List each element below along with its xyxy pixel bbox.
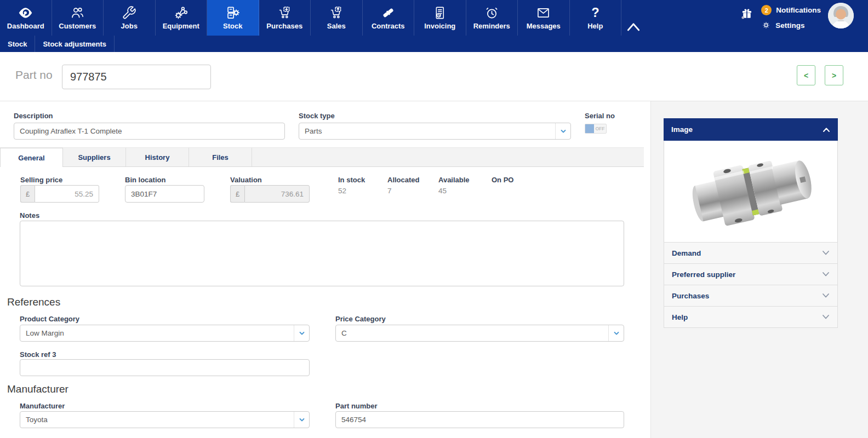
chevron-down-icon (555, 123, 570, 139)
previous-record-button[interactable]: < (797, 65, 815, 85)
detail-tabbar: General Suppliers History Files (0, 147, 644, 167)
demand-panel[interactable]: Demand (664, 242, 838, 264)
subtab-stock[interactable]: Stock (0, 36, 35, 52)
chevron-down-icon (294, 412, 309, 428)
tab-suppliers[interactable]: Suppliers (63, 148, 126, 166)
references-heading: References (7, 296, 60, 308)
handshake-icon (381, 5, 396, 20)
purchases-panel-title: Purchases (672, 292, 709, 300)
image-panel-title: Image (671, 125, 693, 134)
notifications-label: Notifications (776, 6, 821, 14)
record-pager: < > (797, 65, 843, 85)
cart-arrow-up-icon (329, 5, 344, 20)
selling-price-label: Selling price (20, 176, 62, 184)
coupling-photo-icon (681, 146, 821, 238)
settings-button[interactable]: Settings (761, 20, 821, 30)
next-record-button[interactable]: > (825, 65, 843, 85)
selling-price-value: 55.25 (35, 185, 99, 203)
nav-collapse-button[interactable] (621, 0, 646, 36)
nav-label: Invoicing (424, 22, 455, 30)
preferred-supplier-panel-title: Preferred supplier (672, 270, 735, 279)
part-no-label: Part no (15, 68, 53, 82)
cabinet-gear-icon (225, 5, 240, 20)
nav-item-reminders[interactable]: Reminders (466, 0, 518, 36)
nav-right-column: 2 Notifications Settings (761, 5, 821, 30)
valuation-field[interactable]: £ 736.61 (230, 185, 310, 203)
nav-item-equipment[interactable]: Equipment (156, 0, 208, 36)
stock-page: Dashboard Customers Jobs (0, 0, 868, 438)
nav-label: Jobs (121, 22, 138, 30)
bin-location-input[interactable] (125, 185, 204, 203)
help-panel-title: Help (672, 313, 688, 321)
allocated-label: Allocated (387, 176, 420, 184)
nav-item-contracts[interactable]: Contracts (363, 0, 415, 36)
wrench-icon (122, 5, 136, 20)
stock-ref3-label: Stock ref 3 (20, 350, 56, 359)
top-nav: Dashboard Customers Jobs (0, 0, 868, 52)
nav-main-row: Dashboard Customers Jobs (0, 0, 868, 36)
nav-label: Customers (59, 22, 96, 30)
nav-item-purchases[interactable]: Purchases (259, 0, 311, 36)
people-icon (70, 5, 85, 20)
tab-history[interactable]: History (126, 148, 189, 166)
description-input[interactable] (14, 123, 285, 140)
manufacturer-select[interactable]: Toyota (20, 411, 310, 428)
invoice-clock-icon (432, 5, 447, 20)
chevron-up-icon (823, 127, 830, 132)
stock-ref3-input[interactable] (20, 359, 310, 376)
currency-symbol: £ (230, 185, 244, 203)
nav-item-stock[interactable]: Stock (207, 0, 259, 36)
notifications-button[interactable]: 2 Notifications (761, 5, 821, 15)
description-label: Description (14, 112, 53, 120)
nav-item-jobs[interactable]: Jobs (104, 0, 156, 36)
whats-new-button[interactable] (740, 7, 754, 23)
manufacturer-label: Manufacturer (20, 402, 65, 410)
alarm-clock-icon (484, 5, 499, 20)
record-header: Part no < > (0, 52, 868, 101)
preferred-supplier-panel[interactable]: Preferred supplier (664, 263, 838, 285)
help-panel[interactable]: Help (664, 306, 838, 328)
purchases-panel[interactable]: Purchases (664, 285, 838, 307)
on-po-label: On PO (492, 176, 513, 184)
available-label: Available (438, 176, 470, 184)
product-category-label: Product Category (20, 315, 79, 323)
notification-badge: 2 (761, 5, 772, 15)
nav-item-dashboard[interactable]: Dashboard (0, 0, 52, 36)
part-no-input[interactable] (62, 65, 211, 89)
stock-type-select[interactable]: Parts (299, 123, 571, 140)
price-category-label: Price Category (335, 315, 386, 323)
tab-files[interactable]: Files (189, 148, 252, 166)
chevron-down-icon (608, 325, 624, 341)
manufacturer-heading: Manufacturer (7, 383, 68, 395)
nav-sub-row: Stock Stock adjustments (0, 36, 868, 52)
chevron-down-icon (822, 314, 830, 320)
right-sidebar: Image (664, 118, 838, 328)
price-category-select[interactable]: C (335, 325, 624, 342)
nav-label: Sales (327, 22, 346, 30)
nav-item-sales[interactable]: Sales (311, 0, 363, 36)
product-category-select[interactable]: Low Margin (20, 325, 310, 342)
nav-item-help[interactable]: ? Help (570, 0, 622, 36)
nav-label: Help (587, 22, 603, 30)
notes-textarea[interactable] (20, 221, 624, 286)
nav-item-customers[interactable]: Customers (52, 0, 104, 36)
tab-general[interactable]: General (0, 148, 63, 167)
image-panel-header[interactable]: Image (664, 118, 838, 141)
subtab-stock-adjustments[interactable]: Stock adjustments (35, 36, 115, 52)
price-category-value: C (336, 329, 608, 337)
nav-item-invoicing[interactable]: Invoicing (414, 0, 466, 36)
user-avatar[interactable] (828, 3, 854, 28)
selling-price-field[interactable]: £ 55.25 (20, 185, 99, 203)
avatar-photo-icon (828, 3, 854, 28)
in-stock-value: 52 (338, 187, 346, 195)
gear-icon (761, 20, 771, 30)
part-number-input[interactable] (335, 411, 624, 428)
stock-type-value: Parts (299, 127, 555, 135)
serial-no-toggle[interactable]: OFF (585, 124, 607, 134)
serial-no-label: Serial no (585, 112, 615, 120)
nav-item-messages[interactable]: Messages (518, 0, 570, 36)
chevron-down-icon (822, 272, 830, 277)
chevron-down-icon (822, 293, 830, 298)
allocated-value: 7 (387, 187, 392, 195)
chevron-down-icon (822, 250, 830, 256)
